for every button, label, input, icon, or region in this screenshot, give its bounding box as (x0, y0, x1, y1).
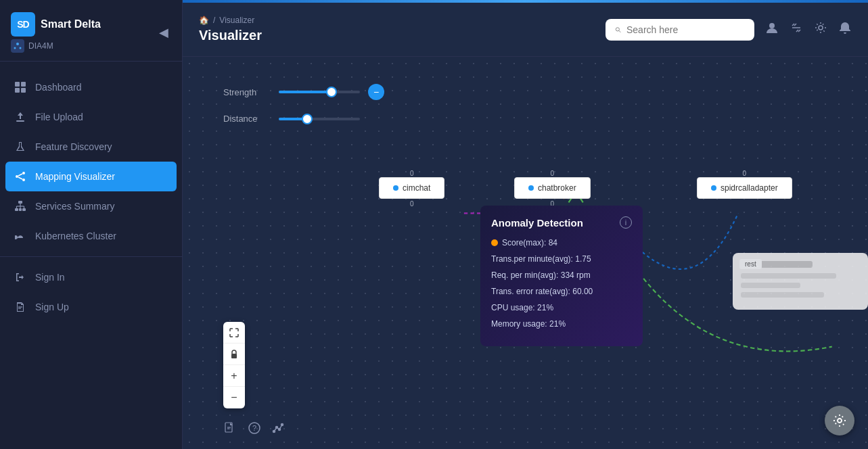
logo-icon: SD (11, 12, 35, 37)
svg-rect-13 (18, 201, 22, 204)
arrows-icon[interactable] (790, 21, 803, 38)
sidebar-item-dashboard[interactable]: Dashboard (0, 72, 182, 102)
svg-point-9 (16, 175, 18, 178)
req-avg-label: Req. per min(avg): 334 rpm (491, 270, 591, 280)
svg-rect-14 (15, 208, 18, 211)
sidebar-sign-up-label: Sign Up (35, 302, 69, 312)
topbar-right (606, 19, 852, 41)
breadcrumb: 🏠 / Visualizer Visualizer (199, 16, 262, 43)
cimchat-count-bottom: 0 (410, 200, 414, 208)
svg-point-36 (273, 431, 275, 433)
file-code-icon[interactable] (223, 421, 237, 438)
cloud-icon (14, 229, 27, 243)
svg-point-24 (616, 27, 619, 30)
sidebar-collapse-button[interactable]: ◀ (156, 22, 171, 43)
strength-control: Strength − (223, 84, 384, 100)
svg-rect-6 (21, 88, 26, 93)
dia4m-icon (11, 39, 24, 53)
search-box (606, 19, 754, 41)
file-alt-icon (14, 300, 27, 314)
node-cimchat[interactable]: 0 cimchat 0 (379, 177, 444, 199)
sidebar-item-mapping-visualizer[interactable]: Mapping Visualizer (5, 162, 177, 191)
anomaly-info-icon[interactable]: i (620, 216, 632, 229)
svg-point-37 (276, 427, 278, 429)
chatbroker-count-top: 0 (551, 170, 555, 177)
search-icon (615, 25, 621, 34)
svg-point-10 (22, 179, 25, 181)
svg-point-1 (14, 47, 16, 49)
bottom-icons: ? (223, 421, 285, 438)
nav-divider (0, 256, 182, 257)
spidrcalladapter-dot (711, 185, 716, 191)
svg-rect-30 (231, 354, 237, 358)
svg-line-25 (619, 30, 621, 32)
sidebar-item-sign-in[interactable]: Sign In (0, 262, 182, 292)
sidebar-item-sign-up[interactable]: Sign Up (0, 292, 182, 322)
svg-point-27 (819, 26, 823, 30)
sidebar-sign-in-label: Sign In (35, 272, 65, 283)
svg-text:?: ? (252, 424, 256, 432)
zoom-in-btn[interactable]: + (223, 365, 245, 387)
sidebar-services-summary-label: Services Summary (35, 201, 114, 212)
lock-btn[interactable] (223, 344, 245, 365)
search-input[interactable] (626, 24, 745, 35)
distance-slider[interactable] (279, 118, 360, 120)
svg-rect-4 (21, 82, 26, 87)
user-icon[interactable] (765, 21, 779, 38)
svg-point-0 (16, 43, 19, 45)
score-label: Score(max): 84 (502, 238, 557, 247)
distance-label: Distance (223, 114, 271, 124)
breadcrumb-path: 🏠 / Visualizer (199, 16, 262, 25)
svg-rect-5 (15, 88, 20, 93)
anomaly-cpu: CPU usage: 21% (491, 303, 632, 312)
spidrcalladapter-count-top: 0 (743, 170, 747, 177)
gear-icon[interactable] (814, 21, 827, 38)
anomaly-trans-avg: Trans.per minute(avg): 1.75 (491, 254, 632, 264)
breadcrumb-page: Visualizer (219, 16, 254, 25)
cimchat-label: cimchat (403, 183, 430, 193)
strength-btn[interactable]: − (368, 84, 384, 100)
map-controls: + − (223, 322, 245, 408)
question-circle-icon[interactable]: ? (248, 421, 261, 438)
svg-point-2 (20, 47, 22, 49)
breadcrumb-separator: / (213, 16, 215, 25)
sidebar-item-file-upload[interactable]: File Upload (0, 102, 182, 132)
visualizer-canvas: Strength − Distance 0 cimchat 0 (183, 57, 868, 449)
anomaly-title: Anomaly Detection (491, 217, 583, 229)
anomaly-error-rate: Trans. error rate(avg): 60.00 (491, 287, 632, 296)
svg-rect-16 (22, 208, 26, 211)
anomaly-req-avg: Req. per min(avg): 334 rpm (491, 270, 632, 280)
logo-sub: DIA4M (11, 39, 101, 53)
cimchat-dot (393, 185, 398, 191)
svg-rect-15 (19, 208, 22, 211)
node-spidrcalladapter[interactable]: 0 spidrcalladapter (697, 177, 792, 199)
main-content: 🏠 / Visualizer Visualizer (183, 0, 868, 449)
score-dot (491, 239, 498, 246)
upload-icon (14, 110, 27, 124)
sidebar-item-services-summary[interactable]: Services Summary (0, 191, 182, 221)
distance-control: Distance (223, 114, 384, 124)
flask-icon (14, 140, 27, 153)
sidebar-kubernetes-label: Kubernetes Cluster (35, 231, 116, 241)
svg-point-26 (769, 23, 775, 28)
preview-card: rest (733, 253, 868, 310)
svg-point-38 (279, 429, 281, 431)
fullscreen-btn[interactable] (223, 322, 245, 344)
bell-icon[interactable] (838, 21, 852, 38)
sidebar-item-feature-discovery[interactable]: Feature Discovery (0, 132, 182, 162)
sidebar-item-kubernetes-cluster[interactable]: Kubernetes Cluster (0, 221, 182, 251)
visualizer-controls: Strength − Distance (223, 84, 384, 124)
settings-fab[interactable] (825, 406, 854, 435)
sidebar-header: SD Smart Delta DIA4M ◀ (0, 0, 182, 62)
zoom-out-btn[interactable]: − (223, 387, 245, 408)
share-alt-icon (14, 170, 27, 183)
home-icon[interactable]: 🏠 (199, 16, 209, 25)
anomaly-memory: Memory usage: 21% (491, 319, 632, 329)
svg-point-39 (281, 424, 283, 426)
chart-line-icon[interactable] (272, 421, 285, 438)
node-chatbroker[interactable]: 0 chatbroker 0 (514, 177, 591, 199)
page-title: Visualizer (199, 28, 262, 43)
cimchat-count-top: 0 (410, 170, 414, 177)
svg-line-12 (18, 177, 22, 179)
strength-slider[interactable] (279, 91, 360, 93)
